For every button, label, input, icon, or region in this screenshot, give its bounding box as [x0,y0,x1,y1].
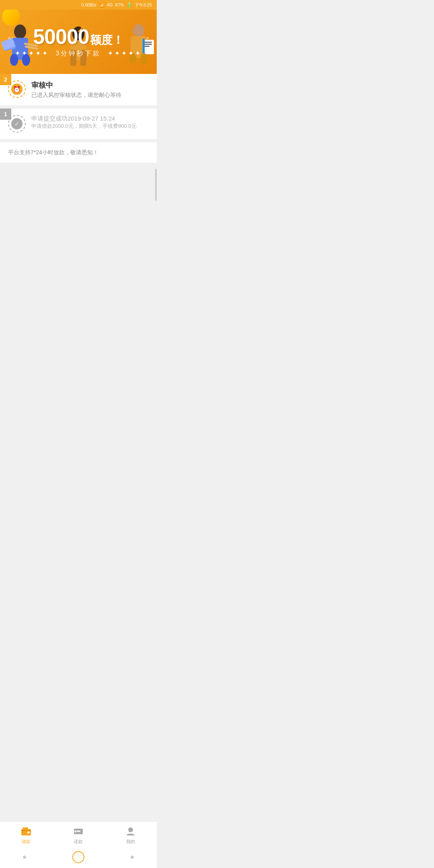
step-content-1: ✓ 申请提交成功2019-09-27 15:24 申请借款2000.0元，期限5… [8,115,149,133]
step-text-1: 申请提交成功2019-09-27 15:24 申请借款2000.0元，期限5天，… [31,115,149,130]
signal-icon: 4G [107,2,113,7]
wifi-icon: 📶 [99,2,104,8]
notice-card: 平台支持7*24小时放款，敬请悉知！ [0,142,157,163]
banner-subtitle: ✦✦✦✦✦ 3分钟秒下款 ✦✦✦✦✦ [15,49,142,58]
battery-icon: 🔋 [127,2,132,8]
banner-text-content: 50000 额度！ ✦✦✦✦✦ 3分钟秒下款 ✦✦✦✦✦ [15,26,142,58]
network-speed: 0.00B/s [82,2,96,7]
svg-rect-12 [144,44,152,45]
step-badge-1: 1 [0,108,11,120]
step-card-2: 2 ⏰ 审核中 已进入风控审核状态，请您耐心等待 [0,74,157,105]
banner-quota: 额度！ [90,35,124,46]
steps-container: 2 ⏰ 审核中 已进入风控审核状态，请您耐心等待 1 ✓ 申请提交成功2019-… [0,74,157,218]
status-bar: 0.00B/s 📶 4G 87% 🔋 下午3:25 [0,0,157,10]
svg-rect-13 [144,46,149,47]
battery-percent: 87% [115,2,124,7]
scroll-indicator[interactable] [155,169,157,201]
content-spacer [0,166,157,218]
step-badge-2: 2 [0,74,11,85]
step-desc-1: 申请借款2000.0元，期限5天，手续费900.0元 [31,123,149,130]
step-text-2: 审核中 已进入风控审核状态，请您耐心等待 [31,80,149,99]
check-icon: ✓ [11,118,23,129]
step-title-1: 申请提交成功2019-09-27 15:24 [31,115,149,123]
step-card-1: 1 ✓ 申请提交成功2019-09-27 15:24 申请借款2000.0元，期… [0,108,157,139]
promo-banner: 50000 额度！ ✦✦✦✦✦ 3分钟秒下款 ✦✦✦✦✦ [0,10,157,74]
time-display: 下午3:25 [135,2,152,8]
notice-text: 平台支持7*24小时放款，敬请悉知！ [8,149,98,156]
svg-rect-14 [143,39,145,55]
step-desc-2: 已进入风控审核状态，请您耐心等待 [31,92,149,99]
banner-amount: 50000 [33,26,89,47]
clock-icon: ⏰ [11,84,23,95]
svg-rect-11 [144,42,152,43]
step-title-2: 审核中 [31,80,149,90]
step-content-2: ⏰ 审核中 已进入风控审核状态，请您耐心等待 [8,80,149,99]
